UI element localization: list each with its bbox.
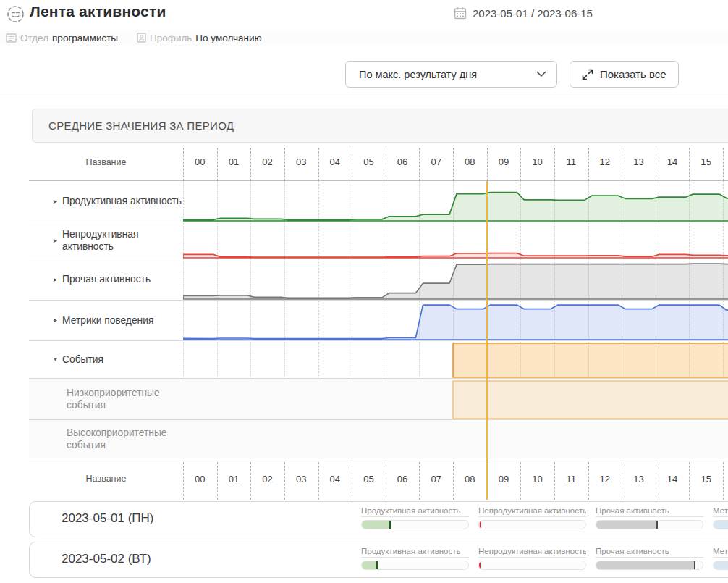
hour-label: 09: [487, 144, 521, 180]
hour-label: 09: [487, 458, 521, 500]
filter-bar: Отдел программисты Профиль По умолчанию: [0, 30, 728, 46]
hour-label: 03: [284, 144, 318, 180]
metric-label: Продуктивная активность: [361, 506, 469, 517]
hour-label: 15: [689, 458, 723, 500]
hour-label: 01: [217, 144, 251, 180]
chart-other: [183, 259, 728, 300]
hour-label: 13: [622, 144, 656, 180]
hour-label: 06: [386, 144, 420, 180]
metric-progress-bar: [478, 520, 586, 529]
area-series-events: [183, 341, 728, 378]
sort-mode-dropdown[interactable]: По макс. результату дня: [345, 61, 557, 88]
row-unproductive-label[interactable]: ▸Непродуктивная активность: [29, 222, 183, 259]
hour-scale-top: Название 0001020304050607080910111213141…: [29, 144, 728, 181]
hour-label: 10: [520, 458, 554, 500]
hour-label: 04: [318, 144, 352, 180]
metric-group: Прочая активность: [596, 506, 703, 529]
metric-progress-bar: [713, 520, 728, 529]
show-all-label: Показать все: [600, 68, 666, 80]
area-series-behavior: [183, 301, 728, 340]
timeline-grid: Название 0001020304050607080910111213141…: [29, 144, 728, 500]
department-label: Отдел: [20, 33, 48, 43]
metric-progress-bar: [596, 561, 703, 570]
department-value: программисты: [52, 33, 118, 43]
toolbar-divider: [0, 96, 728, 96]
hour-label: 14: [656, 458, 690, 500]
expand-triangle-icon: ▸: [54, 236, 57, 246]
metric-progress-fill: [714, 561, 728, 569]
day-card-2023-05-01[interactable]: 2023-05-01 (ПН) Продуктивная активностьН…: [29, 501, 728, 537]
metric-progress-bar: [361, 561, 469, 570]
panel-title: СРЕДНИЕ ЗНАЧЕНИЯ ЗА ПЕРИОД: [32, 109, 728, 143]
row-behavior: ▸Метрики поведения: [29, 301, 728, 341]
area-series-productive: [183, 181, 728, 222]
metric-label: Метрики поведения: [713, 506, 728, 517]
metric-group: Непродуктивная активность: [478, 547, 586, 570]
date-range-value: 2023-05-01 / 2023-06-15: [473, 7, 593, 20]
metric-progress-bar: [361, 520, 469, 529]
hour-label: 08: [453, 144, 487, 180]
hour-label: 02: [250, 144, 284, 180]
hour-label: 11: [554, 144, 588, 180]
collapse-triangle-icon: ▾: [54, 355, 57, 364]
row-low-priority-events: Низкоприоритетные события: [29, 379, 728, 420]
day-date: 2023-05-01 (ПН): [62, 511, 154, 526]
chart-high-priority-events: [183, 420, 728, 458]
chart-unproductive: [183, 222, 728, 259]
metric-progress-fill: [479, 561, 481, 569]
row-unproductive: ▸Непродуктивная активность: [29, 222, 728, 259]
metric-group: Продуктивная активность: [361, 547, 469, 570]
row-low-priority-events-label: Низкоприоритетные события: [29, 379, 183, 419]
row-other: ▸Прочая активность: [29, 259, 728, 301]
page-title: Лента активности: [30, 3, 166, 20]
department-filter[interactable]: Отдел программисты: [6, 33, 118, 43]
show-all-button[interactable]: Показать все: [570, 61, 679, 88]
metric-label: Продуктивная активность: [361, 547, 469, 558]
metric-progress-bar: [596, 520, 703, 529]
chart-productive: [183, 181, 728, 222]
row-productive: ▸Продуктивная активность: [29, 181, 728, 222]
profile-label: Профиль: [150, 33, 192, 43]
hour-label: 00: [183, 458, 217, 500]
expand-triangle-icon: ▸: [54, 316, 57, 325]
row-behavior-label[interactable]: ▸Метрики поведения: [29, 301, 183, 340]
hour-label: 14: [656, 144, 690, 180]
expand-triangle-icon: ▸: [54, 197, 57, 206]
day-metrics: Продуктивная активностьНепродуктивная ак…: [361, 547, 728, 570]
header: Лента активности 2023-05-01 / 2023-06-15: [0, 0, 728, 29]
row-other-label[interactable]: ▸Прочая активность: [29, 259, 183, 300]
area-series-unproductive: [183, 222, 728, 259]
day-card-2023-05-02[interactable]: 2023-05-02 (ВТ) Продуктивная активностьН…: [29, 542, 728, 578]
chart-low-priority-events: [183, 379, 728, 419]
row-productive-label[interactable]: ▸Продуктивная активность: [29, 181, 183, 222]
profile-icon: [137, 33, 146, 43]
name-column-footer: Название: [29, 458, 183, 500]
row-events: ▾События: [29, 341, 728, 379]
hour-label: 12: [588, 458, 622, 500]
hour-label: 07: [419, 458, 453, 500]
chart-events: [183, 341, 728, 378]
hour-label: 12: [588, 144, 622, 180]
hour-scale-bottom: Название 0001020304050607080910111213141…: [29, 458, 728, 500]
date-range-picker[interactable]: 2023-05-01 / 2023-06-15: [454, 7, 593, 20]
chart-behavior: [183, 301, 728, 340]
metric-progress-bar: [713, 561, 728, 570]
activity-feed-icon: [7, 5, 25, 23]
metric-group: Прочая активность: [596, 547, 703, 570]
hour-label: 04: [318, 458, 352, 500]
profile-filter[interactable]: Профиль По умолчанию: [137, 33, 262, 43]
metric-progress-bar: [478, 561, 586, 570]
metric-progress-fill: [479, 521, 481, 529]
hour-label: 05: [352, 144, 386, 180]
sort-mode-value: По макс. результату дня: [359, 69, 477, 80]
hour-label: 02: [250, 458, 284, 500]
hour-label: 07: [419, 144, 453, 180]
hour-label: 00: [183, 144, 217, 180]
calendar-icon: [454, 7, 467, 20]
hour-label: 06: [386, 458, 420, 500]
chevron-down-icon: [536, 71, 546, 77]
row-events-label[interactable]: ▾События: [29, 341, 183, 378]
metric-label: Непродуктивная активность: [478, 547, 586, 558]
day-metrics: Продуктивная активностьНепродуктивная ак…: [361, 506, 728, 529]
name-column-header: Название: [29, 144, 183, 180]
